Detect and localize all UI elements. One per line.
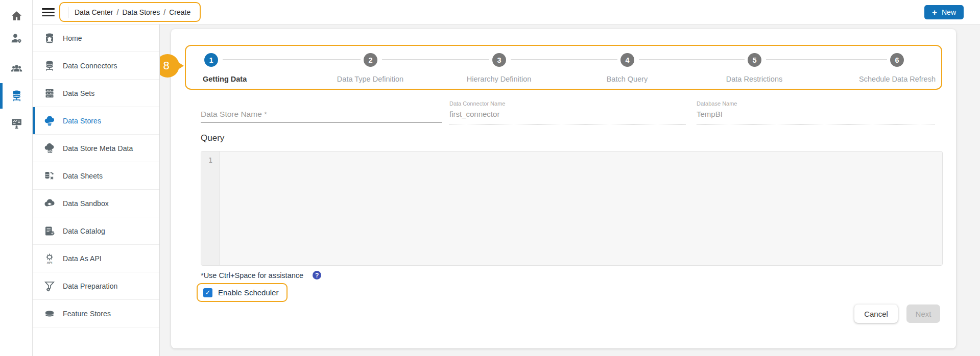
step-2-label: Data Type Definition	[299, 75, 442, 83]
sidebar-item-label: Data Catalog	[63, 227, 105, 235]
sidebar-item-label: Data Sandbox	[63, 199, 109, 208]
sidebar-item-data-store-meta-data[interactable]: Data Store Meta Data	[33, 135, 159, 162]
sidebar-item-data-sandbox[interactable]: Data Sandbox	[33, 190, 159, 217]
enable-scheduler-checkbox[interactable]: ✓	[203, 288, 212, 297]
sidebar-item-data-sets[interactable]: Data Sets	[33, 80, 159, 107]
feature-database-icon	[43, 308, 56, 320]
sidebar-item-label: Data Connectors	[63, 62, 117, 70]
funnel-gear-icon	[43, 280, 56, 292]
icon-rail	[0, 0, 33, 356]
next-button[interactable]: Next	[906, 304, 940, 323]
query-heading: Query	[201, 133, 224, 143]
step-connector	[223, 59, 361, 60]
data-server-icon[interactable]	[0, 89, 33, 102]
dashboard-user-icon[interactable]	[0, 116, 33, 130]
data-connector-name-field: Data Connector Name first_connector	[449, 100, 686, 124]
new-button[interactable]: + New	[924, 5, 964, 19]
step-4-label: Batch Query	[556, 75, 699, 83]
data-store-name-input[interactable]	[201, 106, 442, 123]
sidebar-item-data-stores[interactable]: Data Stores	[33, 107, 159, 135]
step-3-label: Hierarchy Definition	[427, 75, 570, 83]
step-6-label: Schedule Data Refresh	[859, 75, 936, 83]
sidebar-item-label: Data Stores	[63, 117, 101, 125]
step-connector	[382, 59, 489, 60]
editor-code-area[interactable]	[220, 151, 942, 265]
breadcrumb-separator: /	[116, 8, 118, 16]
step-2-circle[interactable]: 2	[364, 53, 377, 67]
sidebar-item-feature-stores[interactable]: Feature Stores	[33, 300, 159, 327]
sidebar-item-data-as-api[interactable]: API Data As API	[33, 245, 159, 272]
api-gear-icon: API	[43, 252, 56, 265]
database-name-value: TempBI	[697, 110, 935, 124]
step-1-circle[interactable]: 1	[204, 53, 218, 67]
new-button-label: New	[942, 8, 956, 16]
main-area: 8 1 2 3 4 5 6 Getting Data Data Type Def…	[160, 24, 980, 356]
step-6-circle[interactable]: 6	[890, 53, 904, 67]
breadcrumb-item-data-stores[interactable]: Data Stores	[122, 8, 160, 16]
sidebar-item-label: Data Sheets	[63, 172, 103, 180]
step-connector	[511, 59, 617, 60]
scheduler-annotation-box: ✓ Enable Scheduler	[197, 283, 288, 302]
cloud-icon	[43, 197, 56, 210]
home-icon[interactable]	[0, 9, 33, 22]
cancel-button[interactable]: Cancel	[854, 304, 898, 323]
user-settings-icon[interactable]	[0, 32, 33, 45]
step-5-circle[interactable]: 5	[748, 53, 761, 67]
sidebar-item-data-catalog[interactable]: Data Catalog	[33, 217, 159, 245]
content-card: 8 1 2 3 4 5 6 Getting Data Data Type Def…	[171, 29, 956, 348]
step-1-label: Getting Data	[203, 75, 247, 83]
catalog-gear-icon	[43, 225, 56, 237]
database-network-icon	[43, 60, 56, 72]
svg-text:API: API	[47, 260, 53, 264]
users-icon[interactable]	[0, 62, 33, 75]
data-connector-name-value: first_connector	[449, 110, 686, 124]
sidebar-item-label: Feature Stores	[63, 310, 111, 318]
database-name-label: Database Name	[697, 100, 935, 107]
sidebar-item-data-preparation[interactable]: Data Preparation	[33, 272, 159, 300]
breadcrumb-annotation-box: Data Center / Data Stores / Create	[59, 2, 201, 22]
sidebar-item-home[interactable]: Home	[33, 24, 159, 52]
stepper-annotation-box: 1 2 3 4 5 6 Getting Data Data Type Defin…	[185, 45, 942, 90]
breadcrumb-item-data-center[interactable]: Data Center	[75, 8, 113, 16]
help-icon[interactable]: ?	[313, 271, 321, 279]
step-connector	[639, 59, 745, 60]
step-3-circle[interactable]: 3	[492, 53, 506, 67]
sidebar-item-label: Data Preparation	[63, 282, 117, 290]
sheet-sync-icon	[43, 170, 56, 182]
query-editor: 1	[201, 151, 943, 266]
step-4-circle[interactable]: 4	[620, 53, 634, 67]
step-connector	[766, 59, 887, 60]
ctrl-space-hint: *Use Ctrl+Space for assistance	[201, 271, 303, 279]
cloud-database-icon	[43, 115, 56, 127]
assist-row: *Use Ctrl+Space for assistance ?	[201, 271, 321, 279]
server-stack-icon	[43, 87, 56, 99]
step-5-label: Data Restrictions	[683, 75, 826, 83]
cloud-code-icon	[43, 142, 56, 155]
editor-line-number: 1	[201, 151, 220, 265]
breadcrumb-item-create: Create	[169, 8, 190, 16]
sidebar-item-label: Data As API	[63, 255, 102, 263]
sidebar-item-data-sheets[interactable]: Data Sheets	[33, 162, 159, 190]
database-home-icon	[43, 32, 56, 44]
sidebar: Home Data Connectors Data Sets Data Stor…	[33, 24, 160, 356]
sidebar-item-label: Home	[63, 34, 82, 42]
hamburger-menu-icon[interactable]	[42, 8, 55, 17]
database-name-field: Database Name TempBI	[697, 100, 935, 124]
plus-icon: +	[932, 8, 937, 17]
data-connector-name-label: Data Connector Name	[449, 100, 686, 107]
enable-scheduler-label: Enable Scheduler	[218, 288, 278, 297]
breadcrumb-separator: /	[163, 8, 165, 16]
data-store-name-field	[201, 106, 442, 123]
sidebar-item-label: Data Store Meta Data	[63, 144, 133, 152]
top-bar: Data Center / Data Stores / Create + New	[33, 0, 980, 24]
sidebar-item-label: Data Sets	[63, 89, 94, 97]
sidebar-item-data-connectors[interactable]: Data Connectors	[33, 52, 159, 80]
